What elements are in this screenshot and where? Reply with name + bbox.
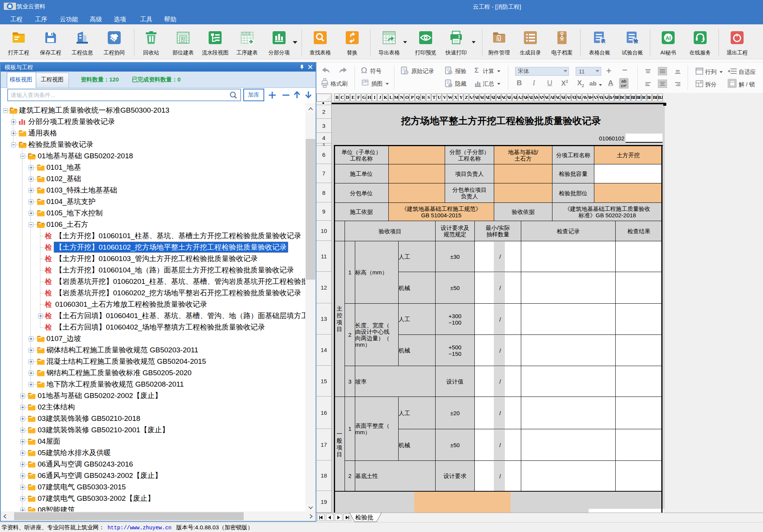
- svg-text:验: 验: [633, 38, 639, 44]
- svg-text:3: 3: [248, 32, 250, 36]
- svg-text:AI: AI: [666, 35, 671, 41]
- svg-text:2: 2: [245, 32, 247, 36]
- svg-text:表: 表: [600, 38, 606, 44]
- svg-text:1: 1: [242, 32, 244, 36]
- svg-text:部: 部: [180, 36, 186, 43]
